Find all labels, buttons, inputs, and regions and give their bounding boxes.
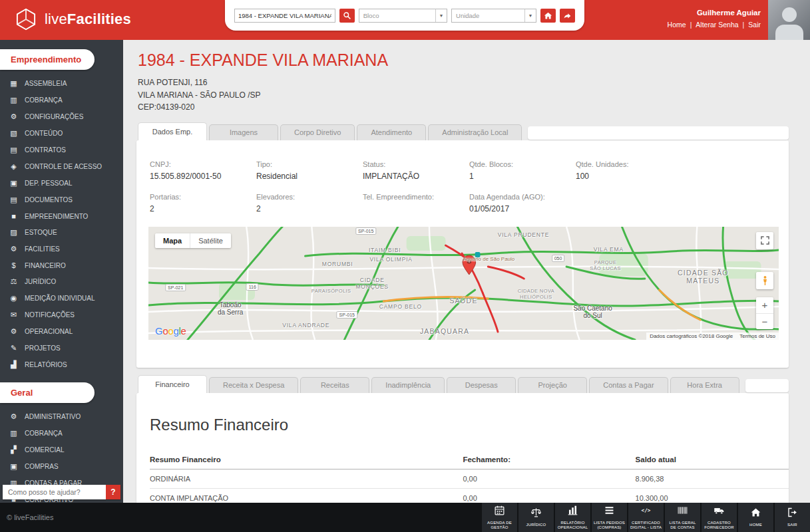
fullscreen-button[interactable] (756, 232, 773, 249)
avatar[interactable] (768, 0, 810, 40)
sidebar-item-label: COBRANÇA (25, 96, 63, 104)
footer-button-lista-geral-de-contas[interactable]: LISTA GERAL DE CONTAS (665, 503, 700, 532)
help-button[interactable]: ? (106, 485, 120, 499)
sidebar-item-facilities[interactable]: ⚙FACILITIES (0, 241, 123, 257)
sidebar-item-dep-pessoal[interactable]: ▣DEP. PESSOAL (0, 175, 123, 192)
fin-tab-projecao[interactable]: Projeção (518, 377, 587, 393)
sidebar-item-projetos[interactable]: ✎PROJETOS (0, 340, 123, 356)
tab-atendimento[interactable]: Atendimento (357, 124, 426, 140)
map-button[interactable]: Mapa (155, 233, 190, 248)
footer-button-sair[interactable]: SAIR (775, 503, 810, 532)
sidebar-item-financeiro[interactable]: $FINANCEIRO (0, 257, 123, 273)
app-logo[interactable]: liveFacilities (13, 7, 131, 32)
sidebar-section-empreendimento[interactable]: Empreendimento (0, 49, 95, 70)
zoom-in-button[interactable]: + (756, 297, 773, 313)
footer-button-label: CADASTRO FORNECEDOR (702, 521, 737, 531)
search-button[interactable] (339, 9, 355, 23)
fin-tab-despesas[interactable]: Despesas (447, 377, 516, 393)
page-title: 1984 - EXPANDE VILA MARIANA (138, 51, 789, 70)
unidade-select[interactable]: Unidade ▼ (451, 9, 536, 23)
nav-sair[interactable]: Sair (748, 21, 761, 29)
sidebar-item-label: FACILITIES (25, 245, 60, 253)
chevron-down-icon: ▼ (435, 9, 447, 22)
footer-button-home[interactable]: HOME (738, 503, 773, 532)
sidebar-item-juridico[interactable]: ⚖JURÍDICO (0, 273, 123, 290)
satellite-button[interactable]: Satélite (190, 233, 231, 248)
sidebar-item-controle-de-acesso[interactable]: ◈CONTROLE DE ACESSO (0, 158, 123, 175)
map[interactable]: VILA PRUDENTEITAIM BIBIVILA EMAVILA OLIM… (148, 227, 779, 340)
gear-icon: ⚙ (9, 327, 18, 336)
barcode-icon (677, 505, 688, 519)
sidebar-item-estoque[interactable]: ▨ESTOQUE (0, 224, 123, 241)
fin-tab-financeiro[interactable]: Financeiro (138, 375, 207, 393)
pegman-button[interactable] (756, 272, 773, 289)
tab-imagens[interactable]: Imagens (209, 124, 278, 140)
map-terms-link[interactable]: Termos de Uso (739, 333, 775, 339)
sidebar-item-administrativo[interactable]: ⚙ADMINISTRATIVO (0, 408, 123, 425)
tab-dados-emp[interactable]: Dados Emp. (138, 122, 207, 140)
footer-button-agenda-de-gestao[interactable]: AGENDA DE GESTÃO (482, 503, 517, 532)
sidebar-item-contratos[interactable]: ▤CONTRATOS (0, 142, 123, 158)
bar-chart-icon (567, 505, 578, 519)
field-label: Tipo: (256, 160, 363, 168)
footer-button-juridico[interactable]: JURÍDICO (518, 503, 554, 532)
sidebar-item-label: NOTIFICAÇÕES (25, 311, 75, 319)
sidebar-item-compras[interactable]: ▣COMPRAS (0, 458, 123, 475)
footer-button-lista-pedidos-compras[interactable]: LISTA PEDIDOS (COMPRAS) (592, 503, 627, 532)
fin-tab-hora-extra[interactable]: Hora Extra (670, 377, 739, 393)
fin-tab-contas-a-pagar[interactable]: Contas a Pagar (589, 377, 668, 393)
sidebar-item-cobranca[interactable]: ▥COBRANÇA (0, 425, 123, 442)
search-input[interactable] (234, 9, 335, 23)
field-label: Portarias: (150, 193, 256, 201)
pencil-icon: ✎ (9, 344, 18, 352)
footer-button-cadastro-fornecedor[interactable]: CADASTRO FORNECEDOR (702, 503, 737, 532)
sidebar-item-relatorios[interactable]: ▟RELATÓRIOS (0, 356, 123, 373)
footer-button-relatorio-operacional[interactable]: RELATÓRIO OPERACIONAL (555, 503, 590, 532)
help-input[interactable] (3, 485, 106, 499)
sidebar-item-operacional[interactable]: ⚙OPERACIONAL (0, 323, 123, 340)
nav-alterar-senha[interactable]: Alterar Senha (696, 21, 738, 29)
tab-corpo-diretivo[interactable]: Corpo Diretivo (280, 124, 355, 140)
field-label: CNPJ: (150, 160, 256, 168)
field-label: Qtde. Blocos: (469, 160, 576, 168)
sidebar-item-label: ESTOQUE (25, 229, 57, 236)
nav-home[interactable]: Home (668, 21, 686, 29)
table-cell: 8.906,38 (636, 469, 789, 488)
tab-administracao-local[interactable]: Administração Local (428, 124, 522, 140)
footer-button-certificado-digital-lista[interactable]: </>CERTIFICADO DIGITAL - LISTA (628, 503, 664, 532)
sidebar-item-label: EMPREENDIMENTO (25, 213, 88, 220)
resumo-financeiro-table: Resumo FinanceiroFechamento:Saldo atual … (150, 450, 789, 503)
sidebar-item-assembleia[interactable]: ▦ASSEMBLEIA (0, 75, 123, 92)
user-area: Guilherme Aguiar Home|Alterar Senha|Sair (668, 9, 761, 29)
fin-tab-receita-x-despesa[interactable]: Receita x Despesa (209, 377, 298, 393)
sidebar-item-notificacoes[interactable]: ✉NOTIFICAÇÕES (0, 307, 123, 323)
header-forward-button[interactable] (560, 9, 575, 23)
sidebar-item-conteudo[interactable]: ▧CONTEÚDO (0, 125, 123, 142)
footer-button-label: SAIR (786, 523, 799, 528)
map-attribution: Dados cartográficos ©2018 Google Termos … (646, 332, 779, 340)
fin-tab-inadimplencia[interactable]: Inadimplência (371, 377, 445, 393)
sidebar-section-geral[interactable]: Geral (0, 382, 95, 403)
sidebar-item-medicao-individual[interactable]: ◉MEDIÇÃO INDIVIDUAL (0, 290, 123, 307)
sidebar-item-cobranca[interactable]: ▥COBRANÇA (0, 92, 123, 108)
table-cell: ORDINÁRIA (150, 469, 463, 488)
bloco-select[interactable]: Bloco ▼ (359, 9, 447, 23)
field-value: 15.505.892/0001-50 (150, 172, 256, 181)
field-label: Qtde. Unidades: (576, 160, 779, 168)
sidebar-item-documentos[interactable]: ▤DOCUMENTOS (0, 192, 123, 208)
field-label: Status: (363, 160, 469, 168)
search-icon (343, 11, 351, 20)
header-home-button[interactable] (540, 9, 556, 23)
wrench-icon: ⚙ (9, 112, 18, 121)
footer-button-label: HOME (748, 523, 763, 528)
sidebar-item-label: PROJETOS (25, 344, 61, 352)
fin-tab-receitas[interactable]: Receitas (300, 377, 369, 393)
map-roads (148, 227, 779, 340)
sidebar-item-label: RELATÓRIOS (25, 361, 67, 368)
sidebar-item-configuracoes[interactable]: ⚙CONFIGURAÇÕES (0, 108, 123, 125)
monitor-icon: ▣ (9, 179, 18, 188)
sidebar-item-empreendimento[interactable]: ■EMPREENDIMENTO (0, 208, 123, 224)
copyright: © liveFacilities (0, 513, 481, 521)
zoom-out-button[interactable]: − (756, 313, 773, 329)
sidebar-item-comercial[interactable]: ▞COMERCIAL (0, 442, 123, 458)
